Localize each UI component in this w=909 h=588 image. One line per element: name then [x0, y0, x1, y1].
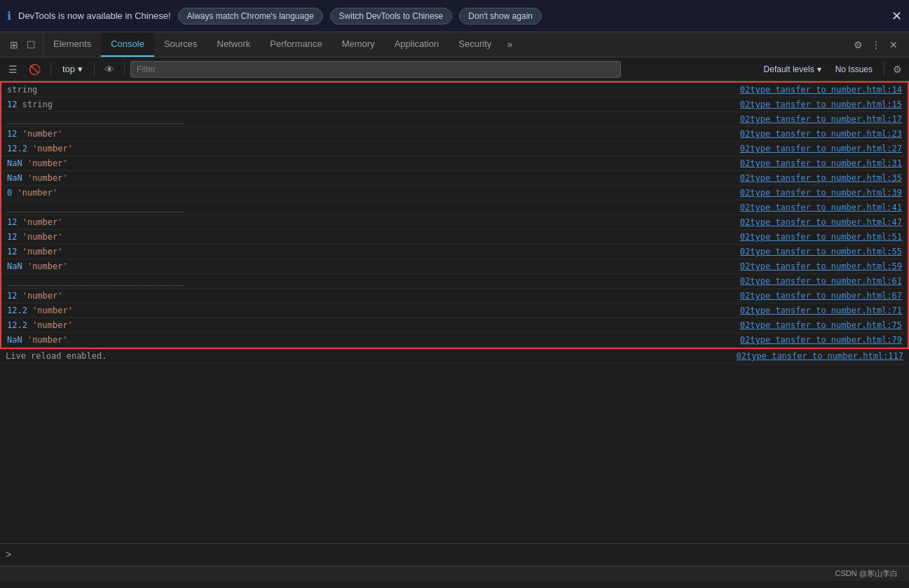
log-content: 12.2 'number': [7, 142, 734, 155]
log-row[interactable]: NaN 'number'02type tansfer to number.htm…: [1, 171, 908, 186]
tab-sources[interactable]: Sources: [154, 32, 207, 57]
clear-console-button[interactable]: 🚫: [25, 61, 45, 78]
tab-memory[interactable]: Memory: [332, 32, 385, 57]
log-content: 12 'number': [7, 231, 734, 243]
log-row[interactable]: 12 'number'02type tansfer to number.html…: [1, 289, 908, 303]
log-source[interactable]: 02type tansfer to number.html:23: [740, 128, 902, 140]
console-settings-button[interactable]: ⚙: [890, 61, 905, 78]
tabs-container: Elements Console Sources Network Perform…: [43, 32, 845, 57]
log-content: NaN 'number': [7, 172, 734, 184]
log-row[interactable]: Live reload enabled.02type tansfer to nu…: [0, 349, 909, 364]
dont-show-button[interactable]: Don't show again: [459, 8, 542, 25]
log-row[interactable]: 12 'number'02type tansfer to number.html…: [1, 245, 908, 259]
tab-application[interactable]: Application: [385, 32, 449, 57]
tab-performance[interactable]: Performance: [260, 32, 332, 57]
match-language-button[interactable]: Always match Chrome's language: [178, 8, 323, 25]
log-row[interactable]: NaN 'number'02type tansfer to number.htm…: [1, 333, 908, 348]
footer-text: CSDN @寒山李白: [835, 568, 898, 579]
default-levels-arrow-icon: ▾: [817, 64, 821, 74]
log-content: NaN 'number': [7, 260, 734, 273]
log-source[interactable]: 02type tansfer to number.html:17: [740, 113, 902, 125]
default-levels-button[interactable]: Default levels ▾: [758, 62, 827, 77]
log-row[interactable]: ___________________________________02typ…: [1, 200, 908, 215]
log-content: 12 'number': [7, 289, 734, 302]
log-source[interactable]: 02type tansfer to number.html:14: [740, 83, 902, 96]
context-arrow-icon: ▾: [78, 64, 83, 74]
log-content: 12 'number': [7, 128, 734, 140]
console-input-row: >: [0, 543, 909, 566]
log-source[interactable]: 02type tansfer to number.html:75: [740, 319, 902, 331]
log-source[interactable]: 02type tansfer to number.html:117: [737, 350, 903, 362]
log-source[interactable]: 02type tansfer to number.html:47: [740, 216, 902, 228]
switch-chinese-button[interactable]: Switch DevTools to Chinese: [330, 8, 453, 25]
log-content: 12 'number': [7, 245, 734, 258]
log-row[interactable]: 12.2 'number'02type tansfer to number.ht…: [1, 142, 908, 156]
log-row[interactable]: string02type tansfer to number.html:14: [1, 83, 908, 97]
log-source[interactable]: 02type tansfer to number.html:41: [740, 201, 902, 214]
tab-right-icons: ⚙ ⋮ ✕: [845, 36, 906, 53]
log-source[interactable]: 02type tansfer to number.html:59: [740, 260, 902, 273]
log-source[interactable]: 02type tansfer to number.html:15: [740, 98, 902, 111]
log-content: 0 'number': [7, 186, 734, 199]
console-wrapper: string02type tansfer to number.html:1412…: [0, 81, 909, 566]
log-source[interactable]: 02type tansfer to number.html:71: [740, 304, 902, 317]
toolbar-divider-3: [124, 62, 125, 76]
console-output[interactable]: string02type tansfer to number.html:1412…: [0, 81, 909, 543]
log-row[interactable]: 12 'number'02type tansfer to number.html…: [1, 230, 908, 245]
no-issues-label: No Issues: [830, 64, 878, 74]
tab-security[interactable]: Security: [449, 32, 501, 57]
log-row[interactable]: 12.2 'number'02type tansfer to number.ht…: [1, 303, 908, 318]
filter-input[interactable]: [130, 61, 621, 78]
toolbar-divider-4: [884, 62, 884, 76]
highlighted-block: string02type tansfer to number.html:1412…: [0, 81, 909, 349]
devtools-icon-2[interactable]: ☐: [24, 36, 39, 53]
log-row[interactable]: 12.2 'number'02type tansfer to number.ht…: [1, 318, 908, 333]
context-selector[interactable]: top ▾: [57, 62, 88, 76]
log-content: 12 string: [7, 98, 734, 111]
tab-overflow[interactable]: »: [501, 39, 518, 50]
log-source[interactable]: 02type tansfer to number.html:31: [740, 157, 902, 170]
log-source[interactable]: 02type tansfer to number.html:39: [740, 186, 902, 199]
log-row[interactable]: 12 'number'02type tansfer to number.html…: [1, 215, 908, 230]
log-source[interactable]: 02type tansfer to number.html:61: [740, 275, 902, 287]
log-source[interactable]: 02type tansfer to number.html:55: [740, 245, 902, 258]
log-content: 12.2 'number': [7, 304, 734, 317]
more-options-icon[interactable]: ⋮: [868, 36, 884, 53]
log-row[interactable]: 12 'number'02type tansfer to number.html…: [1, 127, 908, 142]
toolbar-divider: [50, 62, 51, 76]
tab-network[interactable]: Network: [207, 32, 261, 57]
close-info-button[interactable]: ✕: [891, 8, 902, 24]
tab-console[interactable]: Console: [101, 32, 154, 57]
tab-bar: ⊞ ☐ Elements Console Sources Network Per…: [0, 32, 909, 57]
log-content: ___________________________________: [7, 113, 734, 125]
log-row[interactable]: NaN 'number'02type tansfer to number.htm…: [1, 156, 908, 171]
log-source[interactable]: 02type tansfer to number.html:67: [740, 289, 902, 302]
settings-icon[interactable]: ⚙: [851, 36, 866, 53]
tab-elements[interactable]: Elements: [43, 32, 101, 57]
footer: CSDN @寒山李白: [0, 566, 909, 581]
log-row[interactable]: 0 'number'02type tansfer to number.html:…: [1, 186, 908, 200]
log-content: ___________________________________: [7, 275, 734, 287]
eye-button[interactable]: 👁: [100, 61, 118, 78]
context-label: top: [62, 64, 75, 74]
info-icon: ℹ: [7, 9, 11, 23]
log-content: ___________________________________: [7, 201, 734, 214]
devtools-icon-1[interactable]: ⊞: [7, 36, 21, 53]
console-input[interactable]: [17, 550, 903, 560]
log-row[interactable]: ___________________________________02typ…: [1, 112, 908, 127]
info-message: DevTools is now available in Chinese!: [18, 11, 171, 21]
info-bar: ℹ DevTools is now available in Chinese! …: [0, 0, 909, 32]
sidebar-toggle-button[interactable]: ☰: [4, 61, 22, 78]
log-source[interactable]: 02type tansfer to number.html:35: [740, 172, 902, 184]
log-content: Live reload enabled.: [6, 350, 731, 362]
log-row[interactable]: 12 string02type tansfer to number.html:1…: [1, 97, 908, 112]
toolbar-divider-2: [94, 62, 95, 76]
log-source[interactable]: 02type tansfer to number.html:51: [740, 231, 902, 243]
log-content: string: [7, 83, 734, 96]
log-row[interactable]: ___________________________________02typ…: [1, 274, 908, 289]
log-source[interactable]: 02type tansfer to number.html:79: [740, 334, 902, 346]
close-devtools-button[interactable]: ✕: [887, 36, 901, 53]
log-source[interactable]: 02type tansfer to number.html:27: [740, 142, 902, 155]
default-levels-label: Default levels: [764, 64, 814, 74]
log-row[interactable]: NaN 'number'02type tansfer to number.htm…: [1, 259, 908, 274]
